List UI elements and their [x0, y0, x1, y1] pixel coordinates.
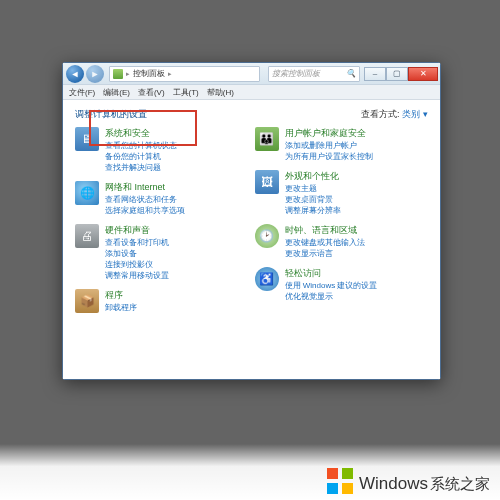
category-title[interactable]: 时钟、语言和区域 [285, 224, 365, 237]
menu-file[interactable]: 文件(F) [69, 87, 95, 98]
search-input[interactable]: 搜索控制面板 🔍 [268, 66, 360, 82]
category-hardware: 🖨 硬件和声音 查看设备和打印机 添加设备 连接到投影仪 调整常用移动设置 [75, 224, 249, 281]
search-icon: 🔍 [346, 69, 356, 78]
window-controls: – ▢ ✕ [364, 67, 438, 81]
task-link[interactable]: 更改显示语言 [285, 249, 365, 259]
task-link[interactable]: 选择家庭组和共享选项 [105, 206, 185, 216]
task-link[interactable]: 查看您的计算机状态 [105, 141, 177, 151]
task-link[interactable]: 更改桌面背景 [285, 195, 341, 205]
task-link[interactable]: 更改键盘或其他输入法 [285, 238, 365, 248]
menu-view[interactable]: 查看(V) [138, 87, 165, 98]
control-panel-window: ◄ ► ▸ 控制面板 ▸ 搜索控制面板 🔍 – ▢ ✕ 文件(F) 编辑(E) … [62, 62, 441, 380]
category-user-accounts: 👪 用户帐户和家庭安全 添加或删除用户帐户 为所有用户设置家长控制 [255, 127, 429, 162]
menubar: 文件(F) 编辑(E) 查看(V) 工具(T) 帮助(H) [63, 85, 440, 100]
breadcrumb-text: 控制面板 [133, 68, 165, 79]
task-link[interactable]: 查看设备和打印机 [105, 238, 169, 248]
category-title[interactable]: 系统和安全 [105, 127, 177, 140]
content-area: 调整计算机的设置 查看方式: 类别 ▾ 🖥 系统和安全 查看您的计算机状态 备份… [63, 100, 440, 379]
task-link[interactable]: 调整常用移动设置 [105, 271, 169, 281]
network-icon: 🌐 [75, 181, 99, 205]
search-placeholder: 搜索控制面板 [272, 68, 320, 79]
category-clock-region: 🕑 时钟、语言和区域 更改键盘或其他输入法 更改显示语言 [255, 224, 429, 259]
system-security-icon: 🖥 [75, 127, 99, 151]
clock-region-icon: 🕑 [255, 224, 279, 248]
task-link[interactable]: 连接到投影仪 [105, 260, 169, 270]
task-link[interactable]: 备份您的计算机 [105, 152, 177, 162]
ease-access-icon: ♿ [255, 267, 279, 291]
category-columns: 🖥 系统和安全 查看您的计算机状态 备份您的计算机 查找并解决问题 🌐 网络和 … [75, 127, 428, 375]
task-link[interactable]: 添加设备 [105, 249, 169, 259]
category-title[interactable]: 硬件和声音 [105, 224, 169, 237]
maximize-button[interactable]: ▢ [386, 67, 408, 81]
hardware-icon: 🖨 [75, 224, 99, 248]
category-title[interactable]: 轻松访问 [285, 267, 378, 280]
user-accounts-icon: 👪 [255, 127, 279, 151]
address-bar[interactable]: ▸ 控制面板 ▸ [109, 66, 260, 82]
titlebar: ◄ ► ▸ 控制面板 ▸ 搜索控制面板 🔍 – ▢ ✕ [63, 63, 440, 85]
task-link[interactable]: 调整屏幕分辨率 [285, 206, 341, 216]
category-appearance: 🖼 外观和个性化 更改主题 更改桌面背景 调整屏幕分辨率 [255, 170, 429, 216]
task-link[interactable]: 更改主题 [285, 184, 341, 194]
category-programs: 📦 程序 卸载程序 [75, 289, 249, 313]
minimize-button[interactable]: – [364, 67, 386, 81]
content-header: 调整计算机的设置 查看方式: 类别 ▾ [75, 106, 428, 127]
task-link[interactable]: 使用 Windows 建议的设置 [285, 281, 378, 291]
task-link[interactable]: 查看网络状态和任务 [105, 195, 185, 205]
task-link[interactable]: 优化视觉显示 [285, 292, 378, 302]
watermark-text: Windows 系统之家 [359, 474, 490, 494]
forward-button[interactable]: ► [86, 65, 104, 83]
view-label: 查看方式: [361, 108, 400, 121]
back-button[interactable]: ◄ [66, 65, 84, 83]
task-link[interactable]: 添加或删除用户帐户 [285, 141, 373, 151]
category-ease-access: ♿ 轻松访问 使用 Windows 建议的设置 优化视觉显示 [255, 267, 429, 302]
category-network: 🌐 网络和 Internet 查看网络状态和任务 选择家庭组和共享选项 [75, 181, 249, 216]
category-title[interactable]: 网络和 Internet [105, 181, 185, 194]
menu-edit[interactable]: 编辑(E) [103, 87, 130, 98]
windows-logo-icon [327, 468, 353, 494]
category-title[interactable]: 外观和个性化 [285, 170, 341, 183]
right-column: 👪 用户帐户和家庭安全 添加或删除用户帐户 为所有用户设置家长控制 🖼 外观和个… [255, 127, 429, 375]
control-panel-icon [113, 69, 123, 79]
task-link[interactable]: 为所有用户设置家长控制 [285, 152, 373, 162]
page-title: 调整计算机的设置 [75, 108, 147, 121]
menu-help[interactable]: 帮助(H) [207, 87, 234, 98]
category-title[interactable]: 用户帐户和家庭安全 [285, 127, 373, 140]
view-mode-dropdown[interactable]: 类别 ▾ [402, 108, 428, 121]
left-column: 🖥 系统和安全 查看您的计算机状态 备份您的计算机 查找并解决问题 🌐 网络和 … [75, 127, 249, 375]
menu-tools[interactable]: 工具(T) [173, 87, 199, 98]
watermark: Windows 系统之家 [0, 444, 500, 500]
appearance-icon: 🖼 [255, 170, 279, 194]
task-link[interactable]: 查找并解决问题 [105, 163, 177, 173]
task-link[interactable]: 卸载程序 [105, 303, 137, 313]
breadcrumb-separator: ▸ [168, 70, 172, 78]
breadcrumb-separator: ▸ [126, 70, 130, 78]
close-button[interactable]: ✕ [408, 67, 438, 81]
programs-icon: 📦 [75, 289, 99, 313]
category-title[interactable]: 程序 [105, 289, 137, 302]
category-system-security: 🖥 系统和安全 查看您的计算机状态 备份您的计算机 查找并解决问题 [75, 127, 249, 173]
